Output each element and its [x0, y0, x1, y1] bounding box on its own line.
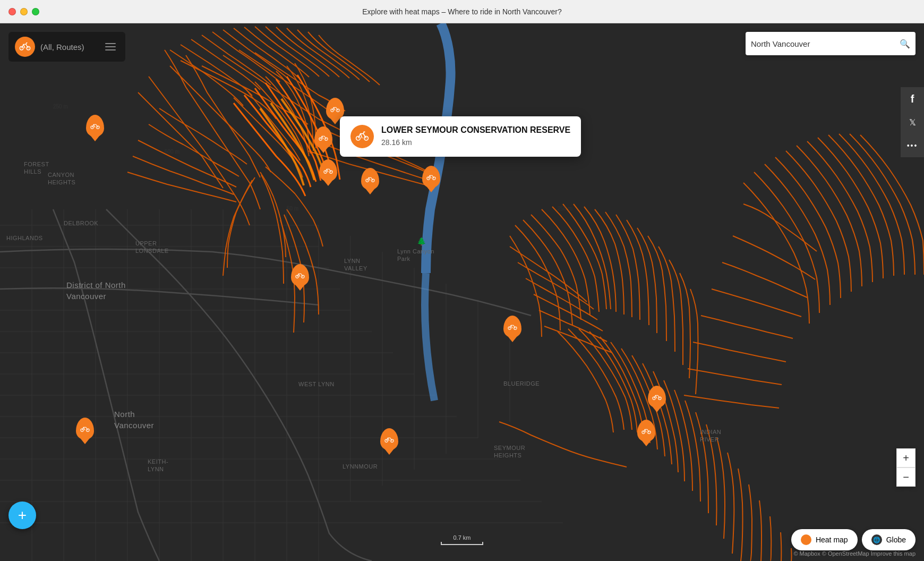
pin-bike-icon-1: [90, 121, 100, 131]
more-button[interactable]: •••: [901, 134, 924, 157]
pin-body-11: [76, 418, 94, 440]
map-pin-6[interactable]: [422, 166, 440, 188]
svg-text:250 m: 250 m: [53, 104, 68, 109]
pin-body-10: [637, 420, 655, 442]
minimize-button[interactable]: [20, 8, 28, 15]
twitter-button[interactable]: 𝕏: [901, 110, 924, 134]
pin-body-6: [422, 166, 440, 188]
globe-icon: 🌐: [871, 534, 882, 545]
pin-bike-icon-12: [384, 435, 394, 444]
map-pin-1[interactable]: [86, 115, 104, 137]
svg-point-45: [319, 138, 322, 140]
map-svg: 250 m 500 m 50 m 250 m 🌲: [0, 23, 924, 561]
svg-point-39: [356, 136, 361, 140]
attribution: © Mapbox © OpenStreetMap Improve this ma…: [793, 550, 916, 557]
popup-content: LOWER SEYMOUR CONSERVATION RESERVE 28.16…: [381, 125, 570, 147]
pin-body-8: [503, 316, 521, 338]
map-pin-11[interactable]: [76, 418, 94, 440]
pin-body-3: [314, 126, 332, 149]
location-popup: LOWER SEYMOUR CONSERVATION RESERVE 28.16…: [340, 116, 581, 157]
svg-point-65: [803, 537, 809, 542]
svg-point-49: [366, 179, 369, 182]
scale-label: 0.7 km: [453, 534, 470, 541]
pin-bike-icon-6: [426, 172, 436, 182]
scale-line: [441, 542, 483, 545]
scale-bar: 0.7 km: [441, 534, 483, 545]
zoom-out-button[interactable]: −: [896, 468, 916, 487]
social-buttons: f 𝕏 •••: [901, 87, 924, 157]
popup-bike-svg: [355, 130, 369, 143]
zoom-controls: + −: [896, 448, 916, 487]
map-container[interactable]: 250 m 500 m 50 m 250 m 🌲 FORESTHILLS CAN…: [0, 23, 924, 561]
panel-label: (All, Routes): [40, 42, 84, 52]
svg-text:500 m: 500 m: [165, 149, 179, 155]
svg-point-55: [508, 327, 511, 329]
globe-button[interactable]: 🌐 Globe: [862, 529, 916, 550]
page-title: Explore with heat maps – Where to ride i…: [362, 7, 562, 16]
heatmap-label: Heat map: [816, 536, 848, 544]
titlebar: Explore with heat maps – Where to ride i…: [0, 0, 924, 23]
pin-bike-icon-7: [295, 270, 305, 280]
popup-distance: 28.16 km: [381, 138, 570, 147]
search-box: 🔍: [746, 32, 916, 55]
search-input[interactable]: [751, 39, 900, 48]
hamburger-button[interactable]: [102, 40, 119, 54]
map-pin-4[interactable]: [319, 159, 337, 182]
window-controls: [8, 8, 39, 15]
maximize-button[interactable]: [32, 8, 39, 15]
svg-text:50 m: 50 m: [287, 206, 298, 211]
svg-point-43: [331, 109, 333, 112]
svg-point-51: [427, 177, 430, 180]
pin-body-9: [648, 386, 666, 408]
popup-bike-icon: [350, 125, 374, 148]
svg-point-47: [324, 171, 327, 173]
pin-bike-icon-3: [319, 133, 328, 142]
pin-bike-icon-5: [365, 174, 375, 184]
map-pin-9[interactable]: [648, 386, 666, 408]
pin-bike-icon-11: [80, 424, 90, 434]
pin-bike-icon-10: [641, 426, 651, 436]
map-pin-5[interactable]: [361, 168, 379, 190]
map-pin-8[interactable]: [503, 316, 521, 338]
pin-bike-icon-4: [323, 166, 333, 175]
pin-bike-icon-2: [330, 104, 340, 114]
pin-bike-icon-8: [508, 322, 517, 332]
close-button[interactable]: [8, 8, 16, 15]
pin-body-7: [291, 264, 309, 286]
bike-svg: [19, 41, 31, 53]
map-pin-10[interactable]: [637, 420, 655, 442]
svg-text:🌲: 🌲: [417, 237, 426, 246]
svg-point-40: [364, 136, 369, 140]
svg-point-63: [385, 439, 388, 442]
svg-point-53: [296, 275, 298, 278]
routes-icon: [15, 37, 35, 57]
map-pin-7[interactable]: [291, 264, 309, 286]
facebook-button[interactable]: f: [901, 87, 924, 110]
add-button[interactable]: +: [8, 502, 36, 529]
heatmap-button[interactable]: Heat map: [791, 529, 858, 550]
globe-label: Globe: [886, 536, 906, 544]
pin-body-4: [319, 159, 337, 182]
svg-point-61: [81, 429, 83, 431]
attribution-text: © Mapbox © OpenStreetMap Improve this ma…: [793, 550, 916, 557]
bottom-toolbar: Heat map 🌐 Globe: [791, 529, 916, 550]
pin-body-1: [86, 115, 104, 137]
map-pin-12[interactable]: [380, 428, 398, 450]
svg-text:250 m: 250 m: [558, 206, 572, 211]
search-icon[interactable]: 🔍: [900, 39, 910, 49]
pin-bike-icon-9: [652, 392, 662, 402]
popup-title: LOWER SEYMOUR CONSERVATION RESERVE: [381, 125, 570, 136]
map-pin-3[interactable]: [314, 126, 332, 149]
routes-panel: (All, Routes): [8, 32, 125, 62]
heatmap-icon: [801, 534, 811, 545]
pin-body-5: [361, 168, 379, 190]
pin-body-12: [380, 428, 398, 450]
zoom-in-button[interactable]: +: [896, 448, 916, 468]
